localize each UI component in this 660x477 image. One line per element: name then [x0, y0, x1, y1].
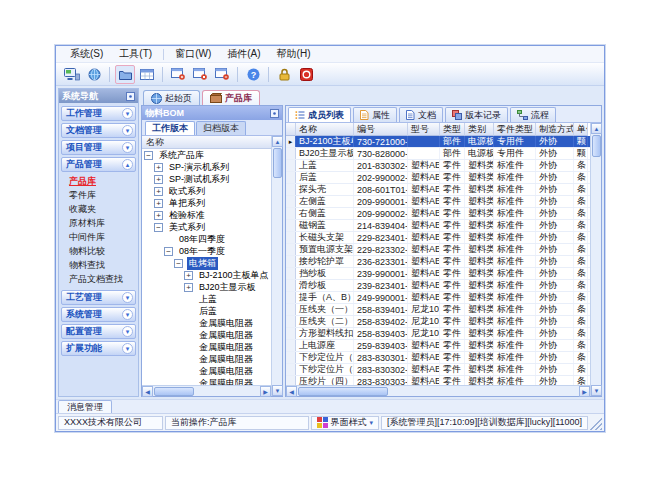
table-row[interactable]: 上电源座259-839403-00X塑料ABS零件塑料类标准件外协条: [286, 340, 590, 352]
tree-vertical-scrollbar[interactable]: ▲ ▼: [271, 136, 282, 396]
tree-node-08年四季度[interactable]: 08年四季度: [142, 233, 271, 245]
chevron-down-icon[interactable]: ▾: [122, 108, 133, 119]
collapse-icon[interactable]: −: [164, 247, 173, 256]
chevron-down-icon[interactable]: ▾: [122, 142, 133, 153]
table-row[interactable]: 右侧盖209-990002-01X塑料ABS零件塑料类标准件外协条: [286, 208, 590, 220]
table-window-button[interactable]: [137, 65, 157, 84]
sidebar-group-3[interactable]: 项目管理▾: [61, 140, 136, 155]
menu-item-3[interactable]: 窗口(W): [167, 46, 219, 62]
chevron-up-icon[interactable]: ▴: [122, 159, 133, 170]
menu-item-1[interactable]: 系统(S): [62, 46, 111, 62]
expand-icon[interactable]: +: [184, 283, 193, 292]
table-row[interactable]: 探头壳208-601T01-01X塑料ABS零件塑料类标准件外协条: [286, 184, 590, 196]
chevron-down-icon[interactable]: ▾: [122, 309, 133, 320]
tree-horizontal-scrollbar[interactable]: ◀ ▶: [142, 385, 271, 396]
tree-node-系统产品库[interactable]: −系统产品库: [142, 149, 271, 161]
column-header-制造方式[interactable]: 制造方式: [536, 123, 574, 136]
tree-node-单把系列[interactable]: +单把系列: [142, 197, 271, 209]
tree-node-金属膜电阻器[interactable]: 金属膜电阻器: [142, 317, 271, 329]
column-header-单位[interactable]: 单位: [574, 123, 588, 136]
table-row[interactable]: BJ20主显示板730-828000-04X部件电源板专用件外协颗: [286, 148, 590, 160]
sidebar-group-7[interactable]: 配置管理▾: [61, 324, 136, 339]
sidebar-item-零件库[interactable]: 零件库: [66, 189, 136, 202]
scroll-down-arrow[interactable]: ▼: [591, 385, 602, 396]
workstation-button[interactable]: [62, 65, 82, 84]
scrollbar-thumb[interactable]: [592, 135, 601, 157]
folder-window-button[interactable]: [115, 65, 135, 84]
scroll-up-arrow[interactable]: ▲: [591, 123, 602, 134]
table-row[interactable]: 提手（A、B）249-990001-01X塑料ABS零件塑料类标准件外协条: [286, 292, 590, 304]
tree-node-金属膜电阻器[interactable]: 金属膜电阻器: [142, 341, 271, 353]
help-button[interactable]: ?: [243, 65, 263, 84]
tree-node-金属膜电阻器[interactable]: 金属膜电阻器: [142, 365, 271, 377]
sidebar-item-原材料库[interactable]: 原材料库: [66, 217, 136, 230]
tree-node-电烤箱[interactable]: −电烤箱: [142, 257, 271, 269]
sidebar-item-物料比较[interactable]: 物料比较: [66, 245, 136, 258]
member-tab-文档[interactable]: 文档: [399, 107, 443, 122]
expand-icon[interactable]: +: [154, 163, 163, 172]
globe-button[interactable]: [84, 65, 104, 84]
column-header-类别[interactable]: 类别: [465, 123, 494, 136]
pin-icon[interactable]: [270, 109, 279, 118]
chevron-down-icon[interactable]: ▾: [122, 343, 133, 354]
column-header-零件类型[interactable]: 零件类型: [494, 123, 536, 136]
bom-tab-归档版本[interactable]: 归档版本: [196, 121, 246, 135]
tree-node-SP-演示机系列[interactable]: +SP-演示机系列: [142, 161, 271, 173]
table-row[interactable]: 左侧盖209-990001-01X塑料ABS零件塑料类标准件外协条: [286, 196, 590, 208]
window-close-red-button[interactable]: [212, 65, 232, 84]
expand-icon[interactable]: +: [154, 187, 163, 196]
tree-node-后盖[interactable]: 后盖: [142, 305, 271, 317]
tree-node-金属膜电阻器[interactable]: 金属膜电阻器: [142, 353, 271, 365]
table-row[interactable]: 后盖202-990002-01X塑料ABS零件塑料类标准件外协条: [286, 172, 590, 184]
window-new-red-button[interactable]: [168, 65, 188, 84]
grid-vertical-scrollbar[interactable]: ▲ ▼: [590, 123, 601, 396]
collapse-icon[interactable]: −: [154, 223, 163, 232]
sidebar-item-收藏夹[interactable]: 收藏夹: [66, 203, 136, 216]
table-row[interactable]: 压纱片（四）283-830303-00X塑料ABS零件塑料类标准件外协条: [286, 376, 590, 385]
tree-node-上盖[interactable]: 上盖: [142, 293, 271, 305]
tree-node-美式系列[interactable]: −美式系列: [142, 221, 271, 233]
member-tab-版本记录[interactable]: 版本记录: [445, 107, 508, 122]
column-header-型号[interactable]: 型号: [408, 123, 440, 136]
tree-node-BJ20主显示板[interactable]: +BJ20主显示板: [142, 281, 271, 293]
tree-node-金属膜电阻器[interactable]: 金属膜电阻器: [142, 377, 271, 385]
sidebar-group-1[interactable]: 工作管理▾: [61, 106, 136, 121]
table-row[interactable]: 接纱轮护罩236-823301-00X塑料ABS零件塑料类标准件外协条: [286, 256, 590, 268]
table-row[interactable]: 下纱定位片（左）283-830301-00X塑料ABS零件塑料类标准件外协条: [286, 352, 590, 364]
column-header-名称[interactable]: 名称: [296, 123, 354, 136]
doc-tab-产品库[interactable]: 产品库: [202, 90, 260, 105]
collapse-icon[interactable]: −: [144, 151, 153, 160]
scroll-up-arrow[interactable]: ▲: [272, 136, 283, 147]
resize-grip[interactable]: [590, 418, 602, 430]
pin-icon[interactable]: [126, 92, 135, 101]
column-header-编号[interactable]: 编号: [354, 123, 408, 136]
sidebar-item-中间件库[interactable]: 中间件库: [66, 231, 136, 244]
tree-node-金属膜电阻器[interactable]: 金属膜电阻器: [142, 329, 271, 341]
table-row[interactable]: 上盖201-830302-00X塑料ABS零件塑料类标准件外协条: [286, 160, 590, 172]
scrollbar-thumb[interactable]: [298, 387, 388, 396]
menu-item-2[interactable]: 工具(T): [111, 46, 160, 62]
table-row[interactable]: 磁钢盖214-839404-01X塑料ABS零件塑料类标准件外协条: [286, 220, 590, 232]
table-row[interactable]: 预置电源支架229-823302-00X塑料ABS零件塑料类标准件外协条: [286, 244, 590, 256]
member-tab-成员列表[interactable]: 成员列表: [288, 107, 351, 122]
sidebar-group-5[interactable]: 工艺管理▾: [61, 290, 136, 305]
expand-icon[interactable]: +: [154, 175, 163, 184]
scrollbar-thumb[interactable]: [154, 387, 194, 396]
tree-node-SP-测试机系列[interactable]: +SP-测试机系列: [142, 173, 271, 185]
expand-icon[interactable]: +: [184, 271, 193, 280]
table-row[interactable]: 方形塑料线扣258-839403-00X尼龙1010零件塑料类标准件外协条: [286, 328, 590, 340]
sidebar-item-物料查找[interactable]: 物料查找: [66, 259, 136, 272]
sidebar-group-8[interactable]: 扩展功能▾: [61, 341, 136, 356]
lock-button[interactable]: [274, 65, 294, 84]
scroll-right-arrow[interactable]: ▶: [579, 386, 590, 397]
tree-node-检验标准[interactable]: +检验标准: [142, 209, 271, 221]
member-tab-属性[interactable]: 属性: [353, 107, 397, 122]
table-row[interactable]: 压线夹（一）258-839401-00X尼龙1010零件塑料类标准件外协条: [286, 304, 590, 316]
expand-icon[interactable]: +: [154, 199, 163, 208]
scroll-right-arrow[interactable]: ▶: [260, 386, 271, 397]
grid-horizontal-scrollbar[interactable]: ◀ ▶: [286, 385, 590, 396]
table-row[interactable]: 长磁头支架229-823401-00X塑料ABS零件塑料类标准件外协条: [286, 232, 590, 244]
member-tab-流程[interactable]: 流程: [510, 107, 556, 122]
window-open-red-button[interactable]: [190, 65, 210, 84]
chevron-down-icon[interactable]: ▾: [122, 125, 133, 136]
